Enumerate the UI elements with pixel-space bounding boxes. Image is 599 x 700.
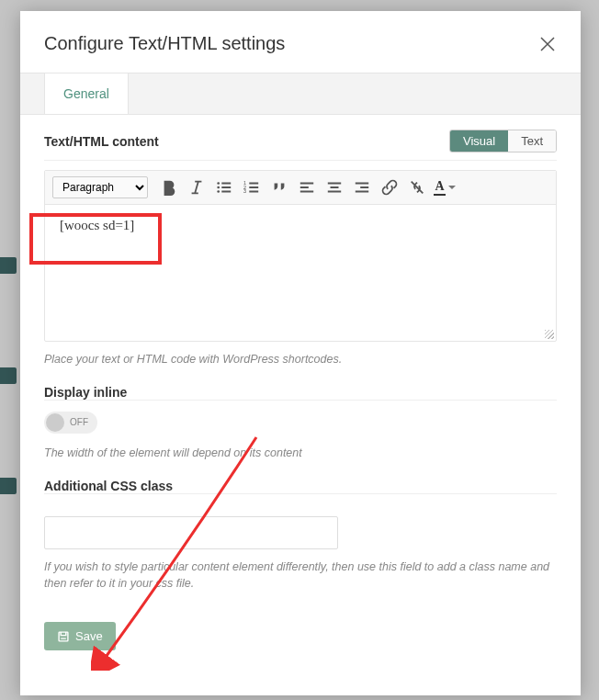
editor-mode-toggle: Visual Text xyxy=(449,130,557,152)
modal-header: Configure Text/HTML settings xyxy=(44,33,557,73)
css-help-text: If you wish to style particular content … xyxy=(44,559,557,593)
css-label: Additional CSS class xyxy=(44,479,557,493)
text-mode-button[interactable]: Text xyxy=(508,130,556,152)
format-select[interactable]: Paragraph xyxy=(52,176,148,198)
save-button[interactable]: Save xyxy=(44,622,116,650)
inline-toggle[interactable]: OFF xyxy=(44,412,97,434)
visual-mode-button[interactable]: Visual xyxy=(450,130,508,152)
css-section: Additional CSS class If you wish to styl… xyxy=(44,479,557,593)
svg-text:3: 3 xyxy=(243,188,246,194)
text-color-icon[interactable]: A xyxy=(436,179,453,196)
align-right-icon[interactable] xyxy=(354,179,370,196)
link-icon[interactable] xyxy=(381,179,398,196)
toggle-state-label: OFF xyxy=(70,417,88,427)
content-field-row: Text/HTML content Visual Text xyxy=(44,130,557,161)
bold-icon[interactable] xyxy=(161,179,177,196)
align-left-icon[interactable] xyxy=(299,179,315,196)
blockquote-icon[interactable] xyxy=(271,179,288,196)
content-help-text: Place your text or HTML code with WordPr… xyxy=(44,351,557,368)
content-label: Text/HTML content xyxy=(44,134,159,149)
unlink-icon[interactable] xyxy=(409,179,425,196)
bullet-list-icon[interactable] xyxy=(216,179,232,196)
background-side-tags xyxy=(0,257,17,494)
editor-toolbar: Paragraph 123 A xyxy=(45,171,556,205)
editor-content-text: [woocs sd=1] xyxy=(60,218,134,232)
inline-help-text: The width of the element will depend on … xyxy=(44,445,557,462)
inline-section: Display inline OFF The width of the elem… xyxy=(44,385,557,462)
resize-handle[interactable] xyxy=(545,330,554,339)
chevron-down-icon xyxy=(448,186,456,189)
italic-icon[interactable] xyxy=(188,179,205,196)
css-class-input[interactable] xyxy=(44,516,338,549)
tabs-bar: General xyxy=(20,73,581,115)
modal-title: Configure Text/HTML settings xyxy=(44,33,285,54)
tab-general[interactable]: General xyxy=(44,73,129,114)
close-icon[interactable] xyxy=(538,35,557,53)
align-center-icon[interactable] xyxy=(326,179,343,196)
save-icon xyxy=(57,630,70,643)
svg-point-1 xyxy=(217,186,220,189)
divider xyxy=(44,493,557,494)
content-section: Text/HTML content Visual Text Paragraph … xyxy=(44,115,557,368)
toggle-knob xyxy=(46,413,64,432)
divider xyxy=(44,400,557,401)
editor-textarea[interactable]: [woocs sd=1] xyxy=(45,205,556,341)
numbered-list-icon[interactable]: 123 xyxy=(243,179,260,196)
svg-point-0 xyxy=(217,182,220,185)
inline-label: Display inline xyxy=(44,385,557,400)
wysiwyg-editor: Paragraph 123 A xyxy=(44,170,557,342)
settings-modal: Configure Text/HTML settings General Tex… xyxy=(20,11,581,695)
svg-point-2 xyxy=(217,190,220,193)
save-label: Save xyxy=(75,629,103,643)
toolbar-icons: 123 A xyxy=(155,179,453,196)
